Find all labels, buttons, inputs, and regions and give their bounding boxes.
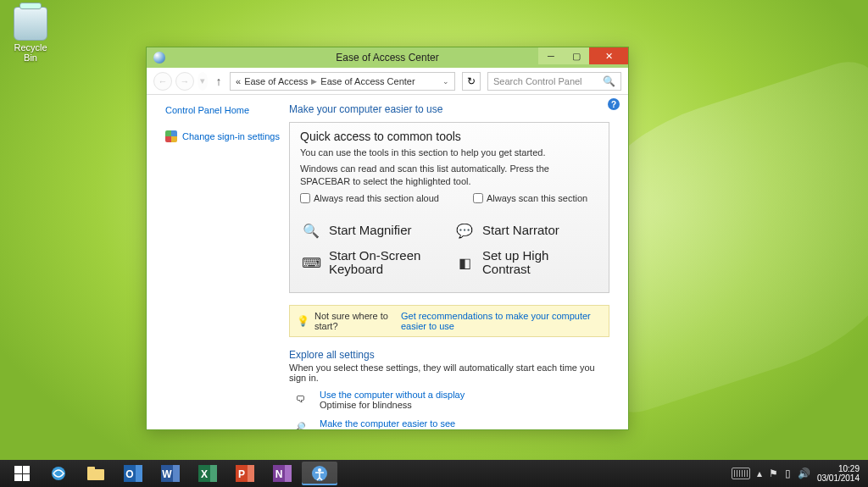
ease-of-access-window: Ease of Access Center ─ ▢ ✕ ← → ▾ ↑ « Ea…	[146, 47, 629, 430]
setting-link[interactable]: Make the computer easier to see	[320, 418, 455, 429]
navigation-bar: ← → ▾ ↑ « Ease of Access ▶ Ease of Acces…	[147, 68, 628, 95]
always-read-checkbox[interactable]: Always read this section aloud	[300, 193, 439, 203]
search-input[interactable]: Search Control Panel 🔍	[487, 72, 621, 91]
setting-row-no-display: 🗨 Use the computer without a display Opt…	[289, 390, 609, 410]
titlebar[interactable]: Ease of Access Center ─ ▢ ✕	[147, 47, 628, 68]
taskbar-ease-of-access[interactable]	[302, 462, 337, 485]
svg-rect-2	[87, 467, 95, 471]
keyboard-icon: ⌨	[302, 253, 320, 272]
start-osk-link[interactable]: ⌨ Start On-Screen Keyboard	[302, 249, 443, 277]
recycle-bin-icon[interactable]: Recycle Bin	[8, 7, 53, 63]
contrast-icon: ◧	[455, 253, 474, 272]
svg-rect-14	[248, 465, 254, 482]
no-display-icon: 🗨	[289, 390, 311, 408]
taskbar-word[interactable]: W	[153, 462, 188, 485]
recommendation-hint: 💡 Not sure where to start? Get recommend…	[289, 305, 609, 337]
touch-keyboard-icon[interactable]	[732, 468, 750, 479]
clock-time: 10:29	[817, 464, 860, 474]
system-tray: ▴ ⚑ ▯ 🔊 10:29 03/01/2014	[732, 464, 863, 484]
minimize-button[interactable]: ─	[538, 47, 564, 64]
history-dropdown[interactable]: ▾	[198, 72, 208, 91]
svg-text:P: P	[238, 468, 245, 480]
always-scan-checkbox[interactable]: Always scan this section	[473, 193, 587, 203]
svg-text:W: W	[162, 468, 172, 480]
quick-access-desc2: Windows can read and scan this list auto…	[300, 163, 598, 188]
recycle-bin-label: Recycle Bin	[8, 42, 53, 63]
high-contrast-link[interactable]: ◧ Set up High Contrast	[455, 249, 597, 277]
svg-text:X: X	[201, 468, 208, 480]
quick-access-title: Quick access to common tools	[300, 130, 598, 143]
clock-date: 03/01/2014	[817, 473, 860, 484]
svg-text:O: O	[125, 468, 133, 480]
quick-access-panel: Quick access to common tools You can use…	[289, 122, 609, 293]
maximize-button[interactable]: ▢	[564, 47, 589, 64]
hint-text: Not sure where to start?	[314, 311, 396, 331]
setting-row-easier-see: 🔎 Make the computer easier to see Optimi…	[289, 418, 609, 429]
breadcrumb-level2[interactable]: Ease of Access Center	[320, 76, 415, 86]
flag-icon[interactable]: ⚑	[769, 468, 778, 479]
clock[interactable]: 10:29 03/01/2014	[817, 464, 863, 484]
taskbar-onenote[interactable]: N	[264, 462, 300, 485]
setting-desc: Optimise visual display	[320, 429, 455, 429]
volume-icon[interactable]: 🔊	[798, 468, 810, 479]
address-bar[interactable]: « Ease of Access ▶ Ease of Access Center…	[230, 72, 455, 91]
taskbar-powerpoint[interactable]: P	[227, 462, 263, 485]
control-panel-home-link[interactable]: Control Panel Home	[165, 105, 282, 115]
address-dropdown[interactable]: ⌄	[442, 77, 449, 86]
narrator-icon: 💬	[455, 222, 474, 241]
search-icon: 🔍	[603, 75, 615, 87]
breadcrumb-ring: «	[236, 76, 241, 86]
network-icon[interactable]: ▯	[785, 468, 791, 479]
close-button[interactable]: ✕	[589, 47, 628, 64]
forward-button[interactable]: →	[175, 72, 194, 91]
taskbar: O W X P N ▴ ⚑ ▯ 🔊 10:29 03/01/2014	[0, 460, 868, 487]
explore-subtext: When you select these settings, they wil…	[289, 362, 609, 383]
taskbar-excel[interactable]: X	[190, 462, 225, 485]
svg-text:N: N	[275, 468, 283, 480]
page-heading: Make your computer easier to use	[289, 103, 609, 115]
lightbulb-icon: 💡	[297, 315, 309, 327]
taskbar-explorer[interactable]	[78, 462, 114, 485]
help-icon[interactable]: ?	[608, 98, 620, 110]
start-button[interactable]	[5, 462, 39, 485]
search-placeholder: Search Control Panel	[493, 76, 582, 86]
control-panel-icon	[153, 52, 165, 64]
explore-heading: Explore all settings	[289, 349, 609, 361]
content-area: ? Make your computer easier to use Quick…	[289, 95, 628, 429]
explore-section: Explore all settings When you select the…	[289, 349, 609, 429]
up-button[interactable]: ↑	[211, 75, 226, 88]
shield-icon	[165, 130, 177, 142]
taskbar-outlook[interactable]: O	[115, 462, 151, 485]
taskbar-ie[interactable]	[41, 462, 76, 485]
magnifier-icon: 🔍	[302, 222, 320, 241]
easier-see-icon: 🔎	[289, 418, 311, 429]
chevron-right-icon: ▶	[311, 77, 317, 86]
breadcrumb-level1[interactable]: Ease of Access	[244, 76, 308, 86]
tray-overflow-icon[interactable]: ▴	[757, 468, 762, 479]
setting-desc: Optimise for blindness	[320, 400, 465, 410]
svg-rect-17	[285, 465, 292, 482]
svg-rect-5	[136, 465, 142, 482]
svg-point-19	[318, 468, 321, 472]
change-signin-settings-link[interactable]: Change sign-in settings	[182, 131, 280, 141]
svg-rect-8	[173, 465, 180, 482]
desktop: Recycle Bin Ease of Access Center ─ ▢ ✕ …	[0, 0, 868, 487]
setting-link[interactable]: Use the computer without a display	[320, 390, 465, 400]
start-magnifier-link[interactable]: 🔍 Start Magnifier	[302, 222, 443, 241]
refresh-button[interactable]: ↻	[462, 72, 481, 91]
recommendations-link[interactable]: Get recommendations to make your compute…	[401, 311, 602, 331]
back-button[interactable]: ←	[153, 72, 172, 91]
quick-access-desc1: You can use the tools in this section to…	[300, 147, 598, 159]
sidebar: Control Panel Home Change sign-in settin…	[147, 95, 289, 429]
svg-rect-11	[210, 465, 217, 482]
start-narrator-link[interactable]: 💬 Start Narrator	[455, 222, 597, 241]
